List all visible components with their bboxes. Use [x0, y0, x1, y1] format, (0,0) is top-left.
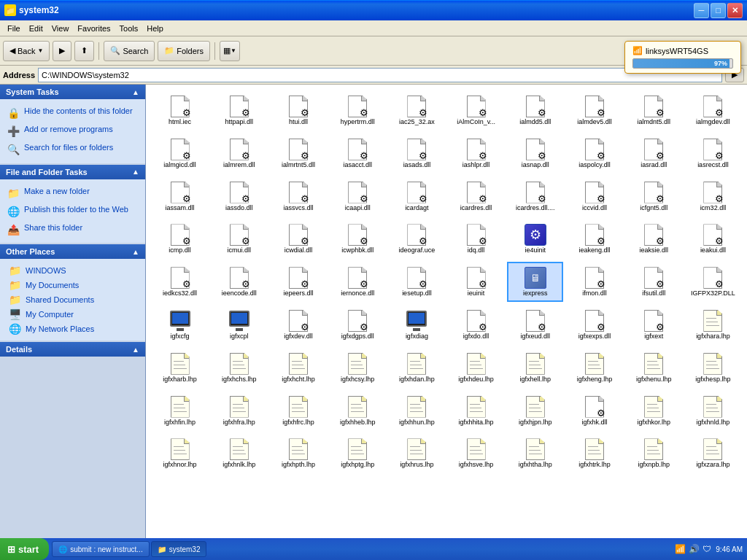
file-item[interactable]: ⚙iashlpr.dll — [448, 133, 504, 174]
file-item[interactable]: ⚙iassvcs.dll — [270, 176, 326, 217]
menu-favorites[interactable]: Favorites — [73, 23, 115, 34]
file-item[interactable]: ⚙icmui.dll — [211, 219, 267, 259]
file-folder-tasks-header[interactable]: File and Folder Tasks ▲ — [0, 165, 145, 179]
back-dropdown-icon[interactable]: ▼ — [37, 47, 43, 54]
system-tasks-header[interactable]: System Tasks ▲ — [0, 85, 145, 99]
file-item[interactable]: igfxhenu.lhp — [626, 348, 682, 388]
file-item[interactable]: ⚙iaspolcy.dll — [566, 133, 622, 174]
other-places-mydocs[interactable]: 📁 My Documents — [6, 278, 139, 292]
file-item[interactable]: igfxhtrk.lhp — [566, 433, 622, 473]
file-item[interactable]: ⚙iesetup.dll — [389, 262, 445, 302]
file-item[interactable]: ⚙ialmdnt5.dll — [626, 90, 682, 131]
menu-view[interactable]: View — [47, 23, 74, 34]
file-item[interactable]: igfxcfg — [152, 305, 208, 345]
file-item[interactable]: ⚙ieaksie.dll — [626, 219, 682, 259]
file-item[interactable]: ⚙igfxdo.dll — [448, 305, 504, 345]
file-item[interactable]: igfxhfin.lhp — [152, 391, 208, 431]
file-item[interactable]: ⚙icm32.dll — [685, 176, 741, 217]
file-item[interactable]: ⚙icardagt — [389, 176, 445, 217]
file-item[interactable]: ⚙ieakeng.dll — [566, 219, 622, 259]
file-item[interactable]: ⚙iccvid.dll — [566, 176, 622, 217]
file-item[interactable]: igfxhdeu.lhp — [448, 348, 504, 388]
new-folder-link[interactable]: 📁 Make a new folder — [6, 184, 139, 202]
file-item[interactable]: igfxhnlk.lhp — [211, 433, 267, 473]
file-item[interactable]: ⚙htui.dll — [270, 90, 326, 131]
file-item[interactable]: igfxhfrc.lhp — [270, 391, 326, 431]
file-item[interactable]: igfxhfra.lhp — [211, 391, 267, 431]
file-item[interactable]: igfxhrus.lhp — [389, 433, 445, 473]
add-remove-programs-link[interactable]: ➕ Add or remove programs — [6, 122, 139, 140]
other-places-shareddocs[interactable]: 📁 Shared Documents — [6, 292, 139, 307]
file-item[interactable]: ⚙igfxext — [626, 305, 682, 345]
taskbar-button-explorer[interactable]: 📁 system32 — [151, 541, 207, 557]
file-item[interactable]: ⚙ieencode.dll — [211, 262, 267, 302]
other-places-windows[interactable]: 📁 WINDOWS — [6, 263, 139, 278]
file-item[interactable]: ⚙icwphbk.dll — [330, 219, 386, 259]
file-item[interactable]: igfxcpl — [211, 305, 267, 345]
back-button[interactable]: ◀ Back ▼ — [3, 41, 50, 61]
file-item[interactable]: ⚙iepeers.dll — [270, 262, 326, 302]
file-item[interactable]: igfxharb.lhp — [152, 348, 208, 388]
file-item[interactable]: ⚙iasads.dll — [389, 133, 445, 174]
close-button[interactable]: ✕ — [727, 3, 743, 18]
file-item[interactable]: igfxhesp.lhp — [685, 348, 741, 388]
file-item[interactable]: ⚙idq.dll — [448, 219, 504, 259]
up-button[interactable]: ⬆ — [74, 41, 94, 61]
file-item[interactable]: ⚙iassam.dll — [152, 176, 208, 217]
start-button[interactable]: ⊞ start — [0, 538, 49, 560]
file-item[interactable]: igfxhsve.lhp — [448, 433, 504, 473]
maximize-button[interactable]: □ — [711, 3, 726, 18]
network-tray-icon[interactable]: 📶 — [675, 544, 686, 554]
file-item[interactable]: igfxhjpn.lhp — [507, 391, 563, 431]
file-item[interactable]: ⚙iernonce.dll — [330, 262, 386, 302]
file-item[interactable]: igfxhcht.lhp — [270, 348, 326, 388]
file-item[interactable]: igfxhell.lhp — [507, 348, 563, 388]
address-input[interactable] — [38, 68, 722, 82]
file-item[interactable]: ⚙iasnap.dll — [507, 133, 563, 174]
file-area[interactable]: ⚙html.iec⚙httpapi.dll⚙htui.dll⚙hypertrm.… — [146, 85, 747, 540]
menu-help[interactable]: Help — [142, 23, 168, 34]
file-item[interactable]: igfxheng.lhp — [566, 348, 622, 388]
file-item[interactable]: ⚙icfgnt5.dll — [626, 176, 682, 217]
file-item[interactable]: ⚙iassdo.dll — [211, 176, 267, 217]
file-item[interactable]: ⚙html.iec — [152, 90, 208, 131]
file-item[interactable]: ⚙iasacct.dll — [330, 133, 386, 174]
file-item[interactable]: ⚙icmp.dll — [152, 219, 208, 259]
file-item[interactable]: ⚙ialmgicd.dll — [152, 133, 208, 174]
share-folder-link[interactable]: 📤 Share this folder — [6, 220, 139, 238]
details-header[interactable]: Details ▲ — [0, 342, 145, 357]
file-item[interactable]: ⚙hypertrm.dll — [330, 90, 386, 131]
other-places-mycomputer[interactable]: 🖥️ My Computer — [6, 307, 139, 322]
search-button[interactable]: 🔍 Search — [104, 41, 155, 61]
menu-tools[interactable]: Tools — [115, 23, 143, 34]
taskbar-button-browser[interactable]: 🌐 submit : new instruct... — [52, 541, 149, 557]
file-item[interactable]: ⚙iasrecst.dll — [685, 133, 741, 174]
file-item[interactable]: igfxhheb.lhp — [330, 391, 386, 431]
file-item[interactable]: ⚙igfxdev.dll — [270, 305, 326, 345]
file-item[interactable]: ⚙iasrad.dll — [626, 133, 682, 174]
forward-button[interactable]: ▶ — [53, 41, 71, 61]
antivirus-icon[interactable]: 🛡 — [703, 544, 711, 554]
file-item[interactable]: igfxhchs.lhp — [211, 348, 267, 388]
file-item[interactable]: igfxhptg.lhp — [330, 433, 386, 473]
file-item[interactable]: ⚙iedkcs32.dll — [152, 262, 208, 302]
file-item[interactable]: igfxhcsy.lhp — [330, 348, 386, 388]
views-button[interactable]: ▦ ▼ — [220, 41, 240, 61]
hide-folder-link[interactable]: 🔒 Hide the contents of this folder — [6, 104, 139, 122]
file-item[interactable]: ⚙icardres.dll.... — [507, 176, 563, 217]
file-item[interactable]: ⚙ifsutil.dll — [626, 262, 682, 302]
file-item[interactable]: ⚙ialmdd5.dll — [507, 90, 563, 131]
minimize-button[interactable]: ─ — [694, 3, 709, 18]
file-item[interactable]: igfxhhita.lhp — [448, 391, 504, 431]
file-item[interactable]: ⚙iac25_32.ax — [389, 90, 445, 131]
file-item[interactable]: ⚙ie4uinit — [507, 219, 563, 259]
file-item[interactable]: ⚙igfxeud.dll — [507, 305, 563, 345]
volume-icon[interactable]: 🔊 — [689, 544, 700, 554]
file-item[interactable]: ⚙icardres.dll — [448, 176, 504, 217]
file-item[interactable]: igfxdiag — [389, 305, 445, 345]
file-item[interactable]: ⚙igfxexps.dll — [566, 305, 622, 345]
file-item[interactable]: ⚙ieakui.dll — [685, 219, 741, 259]
file-item[interactable]: 🖥iexpress — [507, 262, 563, 302]
file-item[interactable]: igfxhkor.lhp — [626, 391, 682, 431]
other-places-network[interactable]: 🌐 My Network Places — [6, 322, 139, 336]
